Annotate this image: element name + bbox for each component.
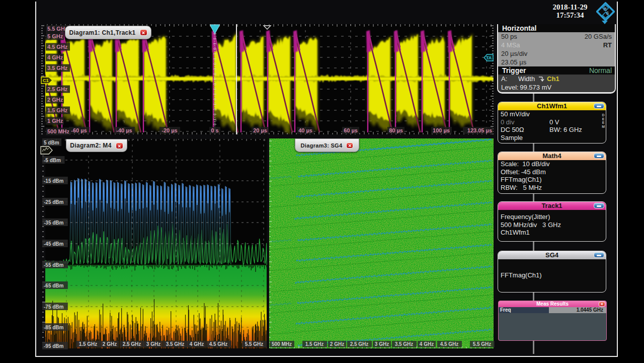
svg-text:4.5 GHz: 4.5 GHz (440, 341, 459, 347)
svg-text:-35 dBm: -35 dBm (44, 220, 64, 226)
svg-text:3 GHz: 3 GHz (146, 341, 160, 347)
svg-text:-45 dBm: -45 dBm (44, 241, 64, 247)
svg-text:1.5 GHz: 1.5 GHz (79, 341, 98, 347)
svg-text:3.5 GHz: 3.5 GHz (395, 341, 414, 347)
svg-text:500 MHz: 500 MHz (272, 341, 292, 347)
svg-text:2 GHz: 2 GHz (103, 341, 117, 347)
svg-text:S: S (606, 11, 609, 16)
svg-text:123.05 µs: 123.05 µs (467, 127, 492, 133)
svg-text:-40 µs: -40 µs (116, 127, 132, 133)
svg-text:-20 µs: -20 µs (162, 127, 177, 133)
svg-text:-55 dBm: -55 dBm (44, 262, 64, 268)
svg-text:5 GHz: 5 GHz (47, 33, 63, 39)
svg-text:3.5 GHz: 3.5 GHz (47, 65, 68, 71)
svg-text:4 GHz: 4 GHz (47, 54, 63, 60)
svg-text:1.5 GHz: 1.5 GHz (47, 107, 68, 113)
svg-text:4.5 GHz: 4.5 GHz (47, 44, 68, 50)
svg-text:-85 dBm: -85 dBm (44, 325, 64, 330)
svg-text:2.5 GHz: 2.5 GHz (123, 341, 141, 347)
svg-text:-75 dBm: -75 dBm (44, 304, 64, 310)
svg-text:-60 µs: -60 µs (71, 127, 87, 133)
svg-text:40 µs: 40 µs (298, 127, 312, 133)
svg-text:2.5 GHz: 2.5 GHz (350, 341, 369, 347)
svg-text:5 dBm: 5 dBm (44, 140, 59, 146)
svg-text:5.5 GHz: 5.5 GHz (473, 341, 492, 347)
svg-text:TA: TA (486, 55, 492, 60)
svg-text:100 µs: 100 µs (433, 127, 450, 133)
svg-text:2 GHz: 2 GHz (330, 341, 344, 347)
svg-text:2 GHz: 2 GHz (47, 97, 63, 103)
svg-text:3.5 GHz: 3.5 GHz (166, 341, 185, 347)
svg-text:C1: C1 (43, 78, 49, 83)
svg-text:-65 dBm: -65 dBm (44, 283, 64, 288)
svg-text:2.5 GHz: 2.5 GHz (47, 86, 68, 92)
svg-text:-25 dBm: -25 dBm (44, 199, 64, 205)
svg-text:3 GHz: 3 GHz (375, 341, 389, 347)
svg-text:0 s: 0 s (211, 127, 218, 133)
svg-text:20 µs: 20 µs (253, 127, 267, 133)
svg-text:500 MHz: 500 MHz (47, 128, 70, 134)
svg-text:-5 dBm: -5 dBm (44, 158, 61, 163)
svg-text:4 GHz: 4 GHz (190, 341, 204, 347)
svg-text:5.5 GHz: 5.5 GHz (245, 341, 264, 347)
svg-text:-15 dBm: -15 dBm (44, 178, 64, 184)
svg-text:1 GHz: 1 GHz (47, 118, 63, 124)
svg-text:80 µs: 80 µs (389, 127, 403, 133)
svg-text:1.5 GHz: 1.5 GHz (305, 341, 324, 347)
svg-text:60 µs: 60 µs (344, 127, 358, 133)
svg-text:-95 dBm: -95 dBm (44, 343, 64, 349)
svg-text:4.5 GHz: 4.5 GHz (209, 341, 228, 347)
svg-text:4 GHz: 4 GHz (420, 341, 434, 347)
